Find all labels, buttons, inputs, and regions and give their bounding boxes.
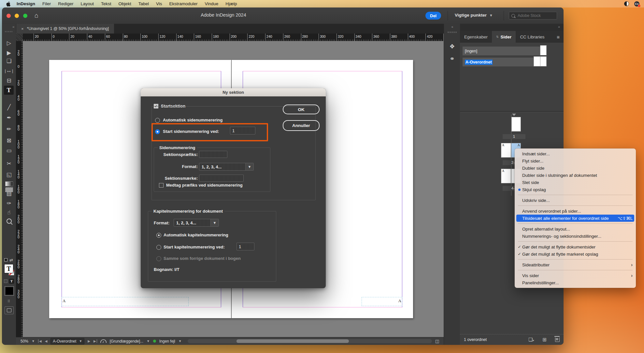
ok-button[interactable]: OK <box>283 105 320 114</box>
close-tab-icon[interactable]: × <box>21 26 24 31</box>
vertical-ruler[interactable]: 2002040608010012014016018020022024026028… <box>16 41 23 337</box>
collapse-toolbar-icon[interactable]: ›› <box>12 25 14 29</box>
master-thumb-a[interactable] <box>534 56 547 66</box>
zoom-window-button[interactable] <box>23 14 27 18</box>
previous-page-button[interactable]: ◀ <box>45 339 48 343</box>
menubar-item-tabel[interactable]: Tabel <box>135 1 152 6</box>
rectangle-tool[interactable]: ▭ <box>2 146 16 155</box>
delete-page-icon[interactable] <box>555 337 560 342</box>
dock-grip[interactable] <box>448 32 457 33</box>
menubar-item-rediger[interactable]: Rediger <box>54 1 77 6</box>
panel-divider[interactable] <box>460 111 564 112</box>
first-page-button[interactable]: ◀ <box>38 339 42 343</box>
master-text-frame-left[interactable]: A <box>62 297 189 306</box>
preflight-chevron-icon[interactable]: ▼ <box>147 339 150 343</box>
text-fill-indicator[interactable]: T <box>4 264 13 273</box>
free-transform-tool[interactable]: ◱ <box>2 170 16 179</box>
auto-chapter-radio[interactable] <box>156 233 161 238</box>
split-view-icon[interactable]: ◫ <box>435 339 439 344</box>
tab-sider[interactable]: ⇅Sider <box>492 31 516 43</box>
menu-item-dubler-side-i-slutningen-af-dokumentet[interactable]: Dubler side i slutningen af dokumentet <box>515 172 636 179</box>
next-page-button[interactable]: ▶ <box>88 339 90 343</box>
page-navigation-box[interactable]: A-Overordnet ▼ <box>50 338 84 345</box>
toolbar-grip[interactable] <box>5 31 13 32</box>
preflight-profile[interactable]: [Grundlæggende]... <box>110 339 143 344</box>
menu-item-vis-sider[interactable]: Vis sider› <box>515 272 636 279</box>
menubar-item-ekstramoduler[interactable]: Ekstramoduler <box>165 1 201 6</box>
frame-tool[interactable]: ⊠ <box>2 136 16 145</box>
format-dropdown[interactable]: 1, 2, 3, 4...▼ <box>199 163 254 171</box>
zoom-tool[interactable] <box>2 217 16 226</box>
preflight-status-text[interactable]: Ingen fejl <box>159 339 175 344</box>
menu-item-panelindstillinger[interactable]: Panelindstillinger... <box>515 279 636 286</box>
menu-item-sideattributter[interactable]: Sideattributter› <box>515 261 636 268</box>
start-chapter-radio[interactable] <box>156 245 161 250</box>
page-tool[interactable]: ❏ <box>2 56 16 65</box>
formatting-affects-container-icon[interactable] <box>4 279 7 283</box>
page-label-1[interactable]: 1 <box>503 134 525 139</box>
menu-item-anvend-orverordnet-p-sider[interactable]: Anvend orverordnet på sider... <box>515 207 636 215</box>
layers-panel-icon[interactable]: ❖ <box>444 43 460 50</box>
auto-numbering-radio[interactable] <box>155 118 160 123</box>
note-tool[interactable]: ▤ <box>2 189 16 198</box>
last-page-button[interactable]: ▶ <box>93 339 97 343</box>
selection-tool[interactable]: ▷ <box>2 38 16 48</box>
apply-color-swatch[interactable] <box>5 286 14 296</box>
home-icon[interactable]: ⌂ <box>35 12 38 19</box>
start-chapter-input[interactable] <box>236 243 254 250</box>
menu-item-inds-t-sider[interactable]: Indsæt sider... <box>515 150 636 157</box>
dialog-title[interactable]: Ny sektion <box>141 88 326 96</box>
master-row-none[interactable]: [Ingen] <box>463 47 543 55</box>
menu-item-flyt-sider[interactable]: Flyt sider... <box>515 157 636 164</box>
menu-item-skjul-opslag[interactable]: Skjul opslag <box>515 186 636 193</box>
apple-menu-icon[interactable] <box>3 1 13 7</box>
menu-item-g-r-det-muligt-at-flytte-markeret-opslag[interactable]: ✓Gør det muligt at flytte markeret opsla… <box>515 250 636 258</box>
apply-effects-icon[interactable]: ⠿ <box>5 299 13 303</box>
menubar-item-objekt[interactable]: Objekt <box>115 1 135 6</box>
scrollbar-thumb[interactable] <box>236 339 349 343</box>
menubar-item-filer[interactable]: Filer <box>39 1 54 6</box>
master-text-frame-right[interactable]: A <box>362 297 402 306</box>
search-input[interactable] <box>517 13 551 18</box>
new-page-icon[interactable]: ⊞ <box>542 337 547 343</box>
menu-item-tilsides-t-alle-elementer-for-overordnet-side[interactable]: Tilsidesæt alle elementer for overordnet… <box>516 215 634 222</box>
page-thumb-2[interactable]: A <box>501 143 511 158</box>
adobe-stock-search[interactable] <box>509 12 557 20</box>
formatting-affects-text-icon[interactable]: T <box>9 279 14 284</box>
menubar-item-layout[interactable]: Layout <box>77 1 98 6</box>
menu-item-udskriv-side[interactable]: Udskriv side... <box>515 197 636 204</box>
screen-mode-button[interactable] <box>5 306 14 314</box>
page-thumb-4[interactable]: A <box>501 169 511 183</box>
master-row-a[interactable]: A-Overordnet <box>463 58 539 66</box>
section-marker-input[interactable] <box>199 175 244 182</box>
document-tab[interactable]: × *Unavngivet 1 @ 50% [GPU-forhåndsvisni… <box>16 24 114 34</box>
menu-item-slet-side[interactable]: Slet side <box>515 179 636 186</box>
swap-fill-stroke-icon[interactable]: ⇄ <box>9 258 13 262</box>
default-fill-stroke-icon[interactable]: ⇄ <box>4 257 14 262</box>
creative-cloud-icon[interactable]: Cc <box>634 1 639 7</box>
zoom-level[interactable]: 50% <box>21 339 28 344</box>
scissors-tool[interactable]: ✂ <box>2 159 16 168</box>
type-tool[interactable]: T <box>4 86 14 95</box>
ruler-origin-corner[interactable] <box>16 34 23 41</box>
direct-selection-tool[interactable]: ▶ <box>2 48 16 57</box>
horizontal-ruler[interactable]: 2002040608010012014016018020022024026028… <box>23 34 444 41</box>
hand-tool[interactable]: ☝ <box>2 208 16 217</box>
include-prefix-checkbox[interactable] <box>159 183 164 188</box>
preflight-status-chevron-icon[interactable]: ▼ <box>179 339 182 343</box>
close-window-button[interactable] <box>7 14 11 18</box>
line-tool[interactable]: ╱ <box>2 103 16 112</box>
minimize-window-button[interactable] <box>15 14 19 18</box>
menubar-item-hj-lp[interactable]: Hjælp <box>222 1 240 6</box>
display-toggle-icon[interactable] <box>624 1 629 6</box>
content-collector-tool[interactable]: ⊟ <box>2 76 16 85</box>
section-prefix-input[interactable] <box>199 151 227 158</box>
page-thumb-1[interactable] <box>511 117 521 132</box>
collapse-panel-icon[interactable]: ›› <box>558 25 560 29</box>
menubar-item-indesign[interactable]: InDesign <box>13 1 39 6</box>
horizontal-scrollbar[interactable] <box>188 339 432 343</box>
menubar-item-tekst[interactable]: Tekst <box>97 1 115 6</box>
tab-cc-libraries[interactable]: CC Libraries <box>516 31 549 43</box>
chapter-format-dropdown[interactable]: 1, 2, 3, 4...▼ <box>174 219 219 227</box>
workspace-switcher[interactable]: Vigtige punkter▼ <box>455 13 493 18</box>
